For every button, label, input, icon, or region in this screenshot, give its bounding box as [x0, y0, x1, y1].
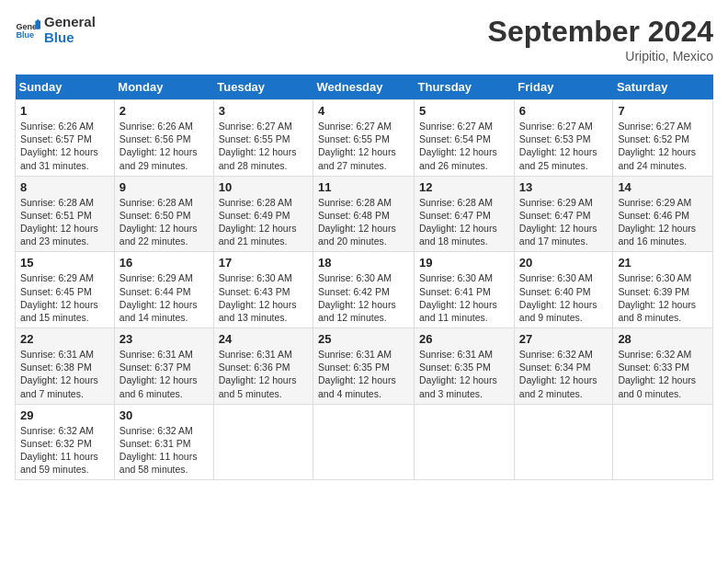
calendar-week-2: 8 Sunrise: 6:28 AMSunset: 6:51 PMDayligh… [16, 176, 713, 252]
day-cell-10: 10 Sunrise: 6:28 AMSunset: 6:49 PMDaylig… [213, 176, 313, 252]
day-number: 27 [519, 332, 609, 346]
day-number: 7 [618, 104, 708, 118]
header-wednesday: Wednesday [313, 75, 415, 100]
day-number: 18 [318, 256, 409, 270]
day-detail: Sunrise: 6:31 AMSunset: 6:35 PMDaylight:… [419, 348, 509, 400]
day-number: 22 [20, 332, 109, 346]
empty-cell [213, 404, 313, 480]
day-number: 6 [519, 104, 609, 118]
day-number: 11 [318, 180, 409, 194]
location-subtitle: Uripitio, Mexico [488, 49, 713, 63]
day-number: 24 [219, 332, 308, 346]
day-detail: Sunrise: 6:27 AMSunset: 6:53 PMDaylight:… [519, 120, 609, 172]
day-cell-16: 16 Sunrise: 6:29 AMSunset: 6:44 PMDaylig… [114, 252, 213, 328]
header-monday: Monday [114, 75, 213, 100]
day-cell-12: 12 Sunrise: 6:28 AMSunset: 6:47 PMDaylig… [415, 176, 515, 252]
calendar-week-3: 15 Sunrise: 6:29 AMSunset: 6:45 PMDaylig… [16, 252, 713, 328]
header-thursday: Thursday [415, 75, 515, 100]
day-detail: Sunrise: 6:32 AMSunset: 6:34 PMDaylight:… [519, 348, 609, 400]
day-number: 23 [119, 332, 209, 346]
day-number: 1 [20, 104, 109, 118]
day-detail: Sunrise: 6:28 AMSunset: 6:51 PMDaylight:… [20, 196, 109, 248]
day-number: 13 [519, 180, 609, 194]
day-number: 9 [119, 180, 209, 194]
day-number: 10 [219, 180, 308, 194]
day-number: 12 [419, 180, 509, 194]
day-cell-1: 1 Sunrise: 6:26 AMSunset: 6:57 PMDayligh… [16, 100, 115, 177]
day-detail: Sunrise: 6:30 AMSunset: 6:40 PMDaylight:… [519, 271, 609, 324]
svg-text:Blue: Blue [16, 30, 34, 40]
header-tuesday: Tuesday [213, 75, 313, 100]
day-cell-5: 5 Sunrise: 6:27 AMSunset: 6:54 PMDayligh… [415, 100, 515, 177]
day-cell-9: 9 Sunrise: 6:28 AMSunset: 6:50 PMDayligh… [114, 176, 213, 252]
day-number: 28 [618, 332, 708, 346]
day-cell-4: 4 Sunrise: 6:27 AMSunset: 6:55 PMDayligh… [313, 100, 415, 177]
day-cell-20: 20 Sunrise: 6:30 AMSunset: 6:40 PMDaylig… [514, 252, 613, 328]
logo-line1: General [44, 15, 96, 30]
day-detail: Sunrise: 6:27 AMSunset: 6:52 PMDaylight:… [618, 120, 708, 172]
day-number: 30 [119, 408, 209, 422]
day-detail: Sunrise: 6:32 AMSunset: 6:31 PMDaylight:… [119, 424, 209, 477]
day-cell-7: 7 Sunrise: 6:27 AMSunset: 6:52 PMDayligh… [613, 100, 713, 177]
day-cell-25: 25 Sunrise: 6:31 AMSunset: 6:35 PMDaylig… [313, 328, 415, 405]
day-cell-30: 30 Sunrise: 6:32 AMSunset: 6:31 PMDaylig… [114, 404, 213, 480]
calendar-table: Sunday Monday Tuesday Wednesday Thursday… [15, 75, 713, 480]
day-number: 29 [20, 408, 109, 422]
day-cell-19: 19 Sunrise: 6:30 AMSunset: 6:41 PMDaylig… [415, 252, 515, 328]
day-cell-24: 24 Sunrise: 6:31 AMSunset: 6:36 PMDaylig… [213, 328, 313, 405]
empty-cell [613, 404, 713, 480]
empty-cell [514, 404, 613, 480]
day-detail: Sunrise: 6:31 AMSunset: 6:38 PMDaylight:… [20, 348, 109, 400]
day-number: 21 [618, 256, 708, 270]
page-header: General Blue General Blue September 2024… [15, 15, 713, 63]
day-detail: Sunrise: 6:32 AMSunset: 6:33 PMDaylight:… [618, 348, 708, 400]
day-number: 25 [318, 332, 409, 346]
day-detail: Sunrise: 6:28 AMSunset: 6:49 PMDaylight:… [219, 196, 308, 248]
day-detail: Sunrise: 6:30 AMSunset: 6:41 PMDaylight:… [419, 271, 509, 324]
day-cell-21: 21 Sunrise: 6:30 AMSunset: 6:39 PMDaylig… [613, 252, 713, 328]
day-detail: Sunrise: 6:28 AMSunset: 6:48 PMDaylight:… [318, 196, 409, 248]
day-number: 19 [419, 256, 509, 270]
day-number: 15 [20, 256, 109, 270]
month-title: September 2024 [488, 15, 713, 49]
day-cell-15: 15 Sunrise: 6:29 AMSunset: 6:45 PMDaylig… [16, 252, 115, 328]
day-number: 4 [318, 104, 409, 118]
day-detail: Sunrise: 6:26 AMSunset: 6:57 PMDaylight:… [20, 120, 109, 172]
day-cell-22: 22 Sunrise: 6:31 AMSunset: 6:38 PMDaylig… [16, 328, 115, 405]
day-cell-26: 26 Sunrise: 6:31 AMSunset: 6:35 PMDaylig… [415, 328, 515, 405]
day-detail: Sunrise: 6:29 AMSunset: 6:45 PMDaylight:… [20, 271, 109, 324]
logo-line2: Blue [44, 30, 96, 46]
day-detail: Sunrise: 6:30 AMSunset: 6:39 PMDaylight:… [618, 271, 708, 324]
day-cell-2: 2 Sunrise: 6:26 AMSunset: 6:56 PMDayligh… [114, 100, 213, 177]
day-detail: Sunrise: 6:31 AMSunset: 6:37 PMDaylight:… [119, 348, 209, 400]
day-cell-17: 17 Sunrise: 6:30 AMSunset: 6:43 PMDaylig… [213, 252, 313, 328]
calendar-week-4: 22 Sunrise: 6:31 AMSunset: 6:38 PMDaylig… [16, 328, 713, 405]
day-detail: Sunrise: 6:28 AMSunset: 6:47 PMDaylight:… [419, 196, 509, 248]
day-detail: Sunrise: 6:26 AMSunset: 6:56 PMDaylight:… [119, 120, 209, 172]
day-number: 2 [119, 104, 209, 118]
day-detail: Sunrise: 6:29 AMSunset: 6:46 PMDaylight:… [618, 196, 708, 248]
day-cell-8: 8 Sunrise: 6:28 AMSunset: 6:51 PMDayligh… [16, 176, 115, 252]
day-detail: Sunrise: 6:28 AMSunset: 6:50 PMDaylight:… [119, 196, 209, 248]
day-cell-18: 18 Sunrise: 6:30 AMSunset: 6:42 PMDaylig… [313, 252, 415, 328]
day-detail: Sunrise: 6:30 AMSunset: 6:42 PMDaylight:… [318, 271, 409, 324]
header-friday: Friday [514, 75, 613, 100]
logo-icon: General Blue [15, 17, 40, 43]
day-cell-13: 13 Sunrise: 6:29 AMSunset: 6:47 PMDaylig… [514, 176, 613, 252]
day-cell-28: 28 Sunrise: 6:32 AMSunset: 6:33 PMDaylig… [613, 328, 713, 405]
header-saturday: Saturday [613, 75, 713, 100]
weekday-header-row: Sunday Monday Tuesday Wednesday Thursday… [16, 75, 713, 100]
day-detail: Sunrise: 6:27 AMSunset: 6:54 PMDaylight:… [419, 120, 509, 172]
day-number: 14 [618, 180, 708, 194]
day-detail: Sunrise: 6:29 AMSunset: 6:47 PMDaylight:… [519, 196, 609, 248]
day-cell-23: 23 Sunrise: 6:31 AMSunset: 6:37 PMDaylig… [114, 328, 213, 405]
day-cell-14: 14 Sunrise: 6:29 AMSunset: 6:46 PMDaylig… [613, 176, 713, 252]
day-number: 8 [20, 180, 109, 194]
day-detail: Sunrise: 6:29 AMSunset: 6:44 PMDaylight:… [119, 271, 209, 324]
day-number: 17 [219, 256, 308, 270]
day-number: 20 [519, 256, 609, 270]
day-detail: Sunrise: 6:31 AMSunset: 6:36 PMDaylight:… [219, 348, 308, 400]
calendar-week-1: 1 Sunrise: 6:26 AMSunset: 6:57 PMDayligh… [16, 100, 713, 177]
day-detail: Sunrise: 6:27 AMSunset: 6:55 PMDaylight:… [219, 120, 308, 172]
day-cell-11: 11 Sunrise: 6:28 AMSunset: 6:48 PMDaylig… [313, 176, 415, 252]
